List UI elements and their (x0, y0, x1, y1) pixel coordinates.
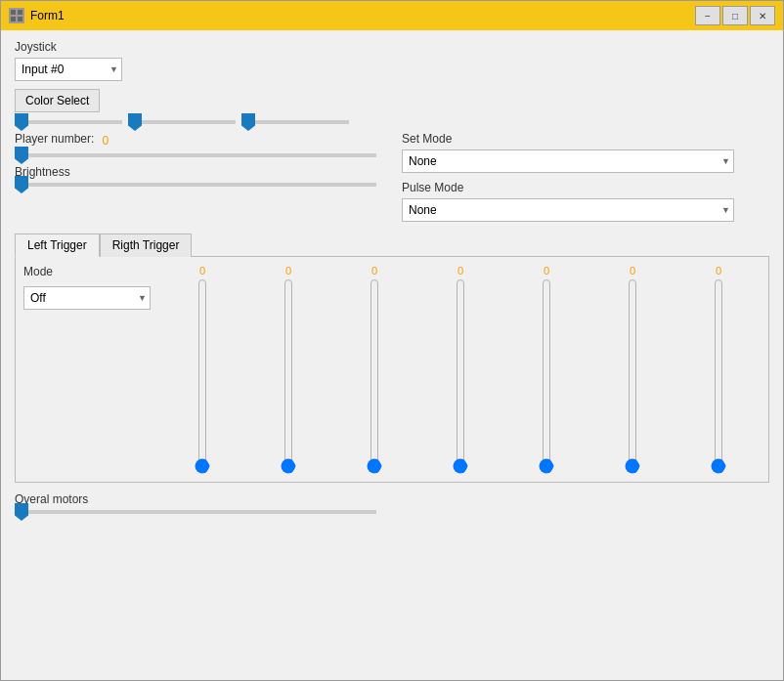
vslider-val-2: 0 (285, 265, 291, 277)
trigger-mode-label: Mode (23, 265, 151, 278)
overall-motors-slider-row (15, 510, 769, 514)
player-slider-row (15, 153, 382, 157)
svg-rect-1 (18, 10, 22, 15)
set-mode-dropdown[interactable]: None Mode 1 Mode 2 (402, 149, 734, 173)
title-bar: Form1 − □ ✕ (1, 1, 783, 30)
right-col: Set Mode None Mode 1 Mode 2 Pulse Mode N… (402, 132, 769, 222)
brightness-slider[interactable] (15, 183, 376, 187)
vslider-3[interactable] (365, 278, 384, 474)
mode-section: Mode Off On Pulse (23, 265, 151, 310)
vslider-col-1: 0 (160, 265, 244, 474)
pulse-mode-dropdown[interactable]: None Mode 1 Mode 2 (402, 198, 734, 222)
joystick-label: Joystick (15, 40, 769, 54)
vslider-col-6: 0 (590, 265, 675, 474)
vslider-val-5: 0 (544, 265, 549, 277)
maximize-button[interactable]: □ (722, 6, 748, 25)
main-two-col: Player number: 0 Brightness Set Mode (15, 132, 769, 222)
title-bar-left: Form1 (9, 8, 65, 23)
vslider-col-4: 0 (418, 265, 502, 474)
joystick-dropdown[interactable]: Input #0 Input #1 Input #2 (15, 58, 122, 81)
color-select-button[interactable]: Color Select (15, 89, 100, 112)
color-slider-1[interactable] (15, 120, 122, 124)
set-mode-dropdown-wrapper: None Mode 1 Mode 2 (402, 149, 734, 173)
app-icon (9, 8, 24, 23)
pulse-mode-dropdown-wrapper: None Mode 1 Mode 2 (402, 198, 734, 222)
player-slider[interactable] (15, 153, 376, 157)
vslider-2[interactable] (279, 278, 298, 474)
trigger-mode-dropdown-wrapper: Off On Pulse (23, 286, 151, 310)
trigger-tabs: Left Trigger Rigth Trigger (15, 234, 769, 257)
set-mode-label: Set Mode (402, 132, 769, 146)
player-label: Player number: (15, 132, 94, 146)
minimize-button[interactable]: − (695, 6, 720, 25)
svg-rect-3 (18, 17, 22, 21)
vslider-val-1: 0 (199, 265, 205, 277)
window: Form1 − □ ✕ Joystick Input #0 Input #1 I… (0, 0, 784, 681)
player-value: 0 (102, 134, 109, 148)
pulse-mode-label: Pulse Mode (402, 181, 769, 194)
vslider-col-2: 0 (246, 265, 330, 474)
content-area: Joystick Input #0 Input #1 Input #2 Colo… (1, 30, 783, 680)
left-col: Player number: 0 Brightness (15, 132, 382, 222)
tab-content: Mode Off On Pulse 0 (15, 256, 769, 483)
vertical-sliders: 0 0 0 0 0 (160, 265, 761, 474)
vslider-val-7: 0 (716, 265, 721, 277)
vslider-col-3: 0 (332, 265, 416, 474)
window-title: Form1 (30, 9, 65, 22)
title-bar-controls: − □ ✕ (695, 6, 775, 25)
brightness-slider-row (15, 183, 382, 187)
overall-motors-slider[interactable] (15, 510, 376, 514)
vslider-4[interactable] (451, 278, 470, 474)
vslider-val-6: 0 (630, 265, 635, 277)
vslider-7[interactable] (709, 278, 728, 474)
trigger-mode-dropdown[interactable]: Off On Pulse (23, 286, 151, 310)
trigger-top: Mode Off On Pulse 0 (23, 265, 761, 474)
vslider-1[interactable] (193, 278, 212, 474)
tab-left-trigger[interactable]: Left Trigger (15, 234, 100, 257)
vslider-col-7: 0 (676, 265, 761, 474)
close-button[interactable]: ✕ (750, 6, 775, 25)
color-slider-2[interactable] (128, 120, 236, 124)
vslider-col-5: 0 (504, 265, 588, 474)
joystick-dropdown-wrapper: Input #0 Input #1 Input #2 (15, 58, 122, 81)
vslider-val-4: 0 (457, 265, 463, 277)
color-sliders-row (15, 120, 769, 124)
tab-right-trigger[interactable]: Rigth Trigger (100, 234, 193, 257)
color-slider-3[interactable] (241, 120, 349, 124)
svg-rect-2 (11, 17, 16, 21)
overall-section: Overal motors (15, 492, 769, 514)
vslider-6[interactable] (623, 278, 642, 474)
vslider-5[interactable] (537, 278, 556, 474)
svg-rect-0 (11, 10, 16, 15)
vslider-val-3: 0 (371, 265, 377, 277)
